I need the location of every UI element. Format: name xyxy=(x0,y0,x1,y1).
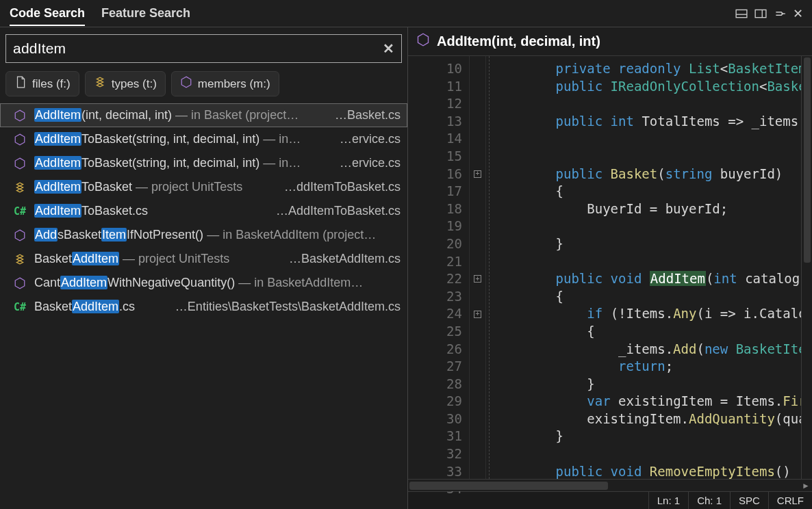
member-icon xyxy=(12,133,27,146)
file-icon xyxy=(14,76,27,92)
result-row[interactable]: AddItem(int, decimal, int) — in Basket (… xyxy=(0,103,407,127)
result-primary: AddItem(int, decimal, int) — in Basket (… xyxy=(34,108,318,122)
pin-icon[interactable] xyxy=(772,6,787,21)
filter-files[interactable]: files (f:) xyxy=(5,71,79,96)
svg-rect-0 xyxy=(736,10,747,17)
fold-toggle[interactable]: + xyxy=(470,166,485,183)
dock-bottom-icon[interactable] xyxy=(734,6,749,21)
main-split: ✕ files (f:) types (t:) members (m:) xyxy=(0,27,812,509)
filter-types-label: types (t:) xyxy=(112,77,157,91)
result-row[interactable]: AddItemToBasket — project UnitTests…ddIt… xyxy=(0,175,407,199)
result-row[interactable]: AddItemToBasket(string, int, decimal, in… xyxy=(0,127,407,151)
type-icon xyxy=(94,76,106,92)
result-secondary: …ervice.cs xyxy=(340,156,401,170)
title-bar: Code Search Feature Search ✕ xyxy=(0,0,812,27)
type-icon xyxy=(12,181,27,194)
clear-search-icon[interactable]: ✕ xyxy=(376,40,401,57)
search-pane: ✕ files (f:) types (t:) members (m:) xyxy=(0,27,408,509)
fold-toggle[interactable]: + xyxy=(470,270,485,288)
status-eol[interactable]: CRLF xyxy=(768,492,812,509)
filter-chips: files (f:) types (t:) members (m:) xyxy=(0,67,407,103)
filter-members-label: members (m:) xyxy=(198,77,270,91)
result-primary: BasketAddItem.cs xyxy=(34,300,159,314)
vertical-scrollbar[interactable] xyxy=(801,56,812,479)
status-whitespace[interactable]: SPC xyxy=(730,492,768,509)
result-primary: AddItemToBasket.cs xyxy=(34,204,259,218)
preview-header: AddItem(int, decimal, int) xyxy=(408,27,812,56)
code-view[interactable]: private readonly List<BasketItem> public… xyxy=(486,56,801,479)
member-icon xyxy=(416,33,430,50)
member-icon xyxy=(12,277,27,289)
tab-code-search[interactable]: Code Search xyxy=(10,1,85,26)
result-row[interactable]: BasketAddItem — project UnitTests…Basket… xyxy=(0,247,407,271)
result-row[interactable]: AddItemToBasket(string, int, decimal, in… xyxy=(0,151,407,175)
cs-icon: C# xyxy=(12,205,27,218)
search-input[interactable] xyxy=(6,40,376,57)
result-secondary: …BasketAddItem.cs xyxy=(289,252,401,266)
window-buttons: ✕ xyxy=(734,6,807,21)
status-bar: Ln: 1 Ch: 1 SPC CRLF xyxy=(408,491,812,509)
result-secondary: …Basket.cs xyxy=(335,108,401,122)
member-icon xyxy=(12,109,27,122)
result-row[interactable]: C#BasketAddItem.cs…Entities\BasketTests\… xyxy=(0,295,407,319)
close-icon[interactable]: ✕ xyxy=(791,6,807,21)
result-primary: AddItemToBasket — project UnitTests xyxy=(34,180,268,194)
line-gutter: 1011121314151617181920212223242526272829… xyxy=(408,56,470,479)
code-area: 1011121314151617181920212223242526272829… xyxy=(408,56,812,479)
result-row[interactable]: CantAddItemWithNegativeQuantity() — in B… xyxy=(0,271,407,295)
tab-feature-search[interactable]: Feature Search xyxy=(101,1,190,26)
filter-files-label: files (f:) xyxy=(32,77,71,91)
fold-toggle[interactable]: + xyxy=(470,305,485,323)
result-secondary: …AddItemToBasket.cs xyxy=(276,204,401,218)
status-col[interactable]: Ch: 1 xyxy=(688,492,730,509)
preview-title: AddItem(int, decimal, int) xyxy=(437,34,600,49)
horizontal-scrollbar[interactable]: ◄ ► xyxy=(408,479,812,491)
result-primary: BasketAddItem — project UnitTests xyxy=(34,252,272,266)
member-icon xyxy=(12,157,27,170)
result-secondary: …ervice.cs xyxy=(340,132,401,146)
search-box: ✕ xyxy=(5,34,402,63)
preview-pane: AddItem(int, decimal, int) 1011121314151… xyxy=(408,27,812,509)
dock-right-icon[interactable] xyxy=(753,6,768,21)
member-icon xyxy=(12,229,27,242)
fold-gutter: +++ xyxy=(470,56,486,479)
result-row[interactable]: AddsBasketItemIfNotPresent() — in Basket… xyxy=(0,223,407,247)
svg-rect-2 xyxy=(755,10,766,17)
result-secondary: …ddItemToBasket.cs xyxy=(284,180,401,194)
top-tabs: Code Search Feature Search xyxy=(5,1,190,26)
filter-types[interactable]: types (t:) xyxy=(85,71,166,96)
result-primary: AddsBasketItemIfNotPresent() — in Basket… xyxy=(34,228,401,242)
member-icon xyxy=(180,76,192,92)
result-primary: AddItemToBasket(string, int, decimal, in… xyxy=(34,156,323,170)
cs-icon: C# xyxy=(12,301,27,313)
result-primary: CantAddItemWithNegativeQuantity() — in B… xyxy=(34,276,401,290)
result-row[interactable]: C#AddItemToBasket.cs…AddItemToBasket.cs xyxy=(0,199,407,223)
result-secondary: …Entities\BasketTests\BasketAddItem.cs xyxy=(175,300,401,314)
type-icon xyxy=(12,253,27,265)
status-line[interactable]: Ln: 1 xyxy=(648,492,688,509)
results-list: AddItem(int, decimal, int) — in Basket (… xyxy=(0,103,407,509)
filter-members[interactable]: members (m:) xyxy=(171,71,279,96)
result-primary: AddItemToBasket(string, int, decimal, in… xyxy=(34,132,323,146)
